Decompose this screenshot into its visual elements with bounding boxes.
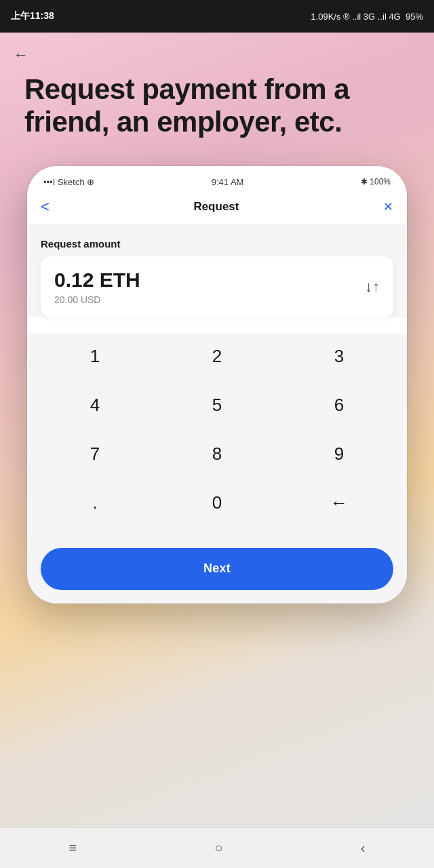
phone-mockup-wrapper: •••I Sketch ⊕ 9:41 AM ✱ 100% < Request ✕… xyxy=(0,159,434,827)
key-dot[interactable]: . xyxy=(44,480,146,526)
keypad-row-3: 7 8 9 xyxy=(34,431,400,477)
amount-display: 0.12 ETH 20.00 USD xyxy=(54,269,140,305)
keypad-row-1: 1 2 3 xyxy=(34,334,400,380)
nav-menu-icon[interactable]: ≡ xyxy=(69,840,77,856)
phone-app-header: < Request ✕ xyxy=(27,193,407,224)
status-network: 1.09K/s ® ..il 3G ..il 4G 95% xyxy=(311,12,423,22)
key-7[interactable]: 7 xyxy=(44,431,146,477)
nav-back-icon[interactable]: ‹ xyxy=(361,840,366,856)
phone-status-time: 9:41 AM xyxy=(212,177,244,187)
key-3[interactable]: 3 xyxy=(288,334,390,380)
key-1[interactable]: 1 xyxy=(44,334,146,380)
phone-header-title: Request xyxy=(193,200,239,214)
key-0[interactable]: 0 xyxy=(166,480,268,526)
back-button[interactable]: ← xyxy=(14,46,28,64)
next-button-wrapper: Next xyxy=(27,540,407,604)
hero-title: Request payment from a friend, an employ… xyxy=(24,73,410,139)
nav-home-icon[interactable]: ○ xyxy=(214,840,222,856)
phone-content: Request amount 0.12 ETH 20.00 USD ↓↑ xyxy=(27,224,407,317)
key-6[interactable]: 6 xyxy=(288,382,390,429)
android-nav-bar: ≡ ○ ‹ xyxy=(0,827,434,868)
amount-primary: 0.12 ETH xyxy=(54,269,140,292)
status-time: 上午11:38 xyxy=(11,10,54,22)
phone-mockup: •••I Sketch ⊕ 9:41 AM ✱ 100% < Request ✕… xyxy=(27,166,407,604)
main-background: ← Request payment from a friend, an empl… xyxy=(0,33,434,868)
status-bar: 上午11:38 1.09K/s ® ..il 3G ..il 4G 95% xyxy=(0,0,434,33)
phone-back-button[interactable]: < xyxy=(41,198,50,216)
hero-section: Request payment from a friend, an employ… xyxy=(0,33,434,159)
key-backspace[interactable]: ← xyxy=(288,480,390,526)
amount-secondary: 20.00 USD xyxy=(54,294,140,305)
key-8[interactable]: 8 xyxy=(166,431,268,477)
keypad-row-4: . 0 ← xyxy=(34,480,400,526)
phone-close-button[interactable]: ✕ xyxy=(383,199,393,214)
swap-icon[interactable]: ↓↑ xyxy=(365,278,380,296)
phone-status-bar: •••I Sketch ⊕ 9:41 AM ✱ 100% xyxy=(27,166,407,193)
request-label: Request amount xyxy=(41,238,393,250)
key-2[interactable]: 2 xyxy=(166,334,268,380)
key-5[interactable]: 5 xyxy=(166,382,268,429)
next-button[interactable]: Next xyxy=(41,548,393,590)
phone-status-left: •••I Sketch ⊕ xyxy=(43,177,94,187)
keypad: 1 2 3 4 5 6 7 8 9 . 0 ← xyxy=(27,334,407,540)
key-9[interactable]: 9 xyxy=(288,431,390,477)
key-4[interactable]: 4 xyxy=(44,382,146,429)
keypad-row-2: 4 5 6 xyxy=(34,382,400,429)
phone-status-right: ✱ 100% xyxy=(361,177,391,186)
amount-box: 0.12 ETH 20.00 USD ↓↑ xyxy=(41,256,393,317)
